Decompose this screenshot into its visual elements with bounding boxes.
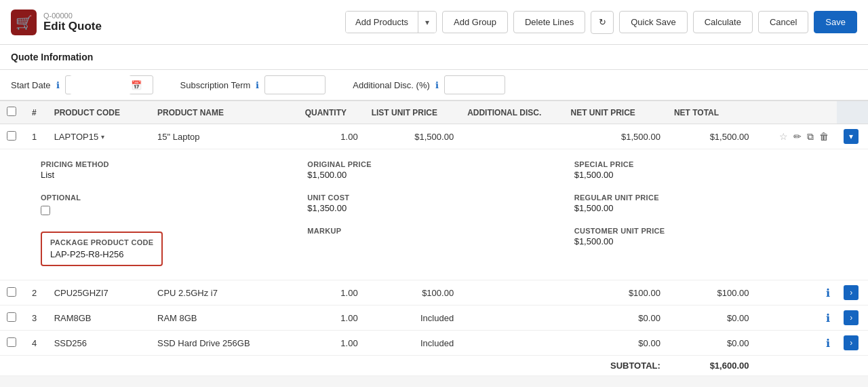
add-group-button[interactable]: Add Group <box>442 11 508 33</box>
markup-label: MARKUP <box>307 227 560 235</box>
delete-lines-button[interactable]: Delete Lines <box>513 11 585 33</box>
subtotal-empty <box>0 356 564 376</box>
th-quantity: QUANTITY <box>298 101 365 124</box>
start-date-input[interactable] <box>70 75 131 94</box>
additional-disc-field: Additional Disc. (%) ℹ <box>353 75 505 94</box>
row3-total: $0.00 <box>667 306 756 331</box>
subscription-term-label: Subscription Term <box>180 80 251 90</box>
row4-disc <box>460 331 564 356</box>
table-row: 1 LAPTOP15 ▾ 15" Laptop 1.00 $1,500.00 $… <box>0 124 868 149</box>
quote-id: Q-00000 <box>43 12 102 20</box>
optional-field: OPTIONAL <box>41 194 294 215</box>
row4-num: 4 <box>25 331 47 356</box>
add-products-button[interactable]: Add Products <box>346 12 418 33</box>
start-date-field: Start Date ℹ 📅 <box>11 75 153 94</box>
row1-detail-cell: PRICING METHOD List OPTIONAL PACKAGE P <box>0 149 868 280</box>
row2-info-icon[interactable]: ℹ <box>826 287 830 299</box>
row1-actions: ☆ ✏ ⧉ 🗑 <box>755 124 837 149</box>
row2-net-price: $100.00 <box>564 280 667 306</box>
row4-checkbox[interactable] <box>7 337 16 347</box>
row1-product-code-text: LAPTOP15 <box>54 132 99 142</box>
package-code-wrapper: PACKAGE PRODUCT CODE LAP-P25-R8-H256 <box>41 229 294 266</box>
original-price-value: $1,500.00 <box>307 170 560 180</box>
regular-unit-price-value: $1,500.00 <box>574 203 827 213</box>
row4-right-expand[interactable]: › <box>837 331 868 356</box>
row2-num: 2 <box>25 280 47 306</box>
subtotal-row: SUBTOTAL: $1,600.00 <box>0 356 868 376</box>
row3-right-expand[interactable]: › <box>837 306 868 331</box>
subscription-term-input[interactable] <box>264 75 326 94</box>
row1-name: 15" Laptop <box>151 124 298 149</box>
row4-expand-button[interactable]: › <box>844 335 859 350</box>
add-products-dropdown[interactable]: ▾ <box>418 12 436 33</box>
select-all-checkbox[interactable] <box>7 107 16 116</box>
calendar-icon[interactable]: 📅 <box>131 80 142 90</box>
subscription-term-info-icon[interactable]: ℹ <box>256 80 259 90</box>
subtotal-value: $1,600.00 <box>667 356 756 376</box>
quote-table: # PRODUCT CODE PRODUCT NAME QUANTITY LIS… <box>0 100 868 376</box>
customer-unit-price-field: CUSTOMER UNIT PRICE $1,500.00 <box>574 227 827 246</box>
row4-info-icon[interactable]: ℹ <box>826 337 830 350</box>
calculate-button[interactable]: Calculate <box>693 11 753 33</box>
row1-net-price: $1,500.00 <box>564 124 667 149</box>
th-product-name: PRODUCT NAME <box>151 101 298 124</box>
special-price-value: $1,500.00 <box>574 170 827 180</box>
row2-list-price: $100.00 <box>365 280 460 306</box>
th-num: # <box>25 101 47 124</box>
row3-info-icon[interactable]: ℹ <box>826 312 830 325</box>
th-net-total: NET TOTAL <box>667 101 756 124</box>
row4-actions: ℹ <box>755 331 837 356</box>
additional-disc-info-icon[interactable]: ℹ <box>435 80 439 90</box>
row1-edit-icon[interactable]: ✏ <box>792 130 803 143</box>
package-code-label: PACKAGE PRODUCT CODE <box>50 238 153 246</box>
row2-actions: ℹ <box>755 280 837 306</box>
row2-code: CPU25GHZI7 <box>47 280 151 306</box>
row3-checkbox[interactable] <box>7 312 16 322</box>
row1-check <box>0 124 25 149</box>
save-button[interactable]: Save <box>814 11 857 33</box>
row2-check <box>0 280 25 306</box>
row2-expand-button[interactable]: › <box>844 285 859 300</box>
row1-expand-icon[interactable]: ▾ <box>101 133 104 141</box>
row3-disc <box>460 306 564 331</box>
optional-checkbox[interactable] <box>41 206 50 215</box>
row1-delete-icon[interactable]: 🗑 <box>818 130 830 143</box>
package-code-box: PACKAGE PRODUCT CODE LAP-P25-R8-H256 <box>41 232 163 266</box>
refresh-icon: ↻ <box>599 17 606 27</box>
row2-disc <box>460 280 564 306</box>
start-date-label: Start Date <box>11 80 51 90</box>
row1-star-icon[interactable]: ☆ <box>778 130 789 143</box>
row4-code: SSD256 <box>47 331 151 356</box>
row2-checkbox[interactable] <box>7 287 16 297</box>
page-title: Edit Quote <box>43 20 102 33</box>
customer-unit-price-label: CUSTOMER UNIT PRICE <box>574 227 827 235</box>
customer-unit-price-value: $1,500.00 <box>574 236 827 246</box>
cancel-button[interactable]: Cancel <box>758 11 808 33</box>
row3-qty: 1.00 <box>298 306 365 331</box>
additional-disc-input[interactable] <box>444 75 505 94</box>
pricing-method-field: PRICING METHOD List <box>41 160 294 180</box>
row1-collapse-button[interactable]: ▾ <box>844 129 859 144</box>
row3-list-price: Included <box>365 306 460 331</box>
brand-icon: 🛒 <box>11 10 37 35</box>
refresh-button[interactable]: ↻ <box>591 11 614 34</box>
original-price-field: ORIGINAL PRICE $1,500.00 <box>307 160 560 180</box>
row4-net-price: $0.00 <box>564 331 667 356</box>
row1-right-expand[interactable]: ▾ <box>837 124 868 149</box>
row1-disc <box>460 124 564 149</box>
pricing-method-label: PRICING METHOD <box>41 160 294 168</box>
row1-checkbox[interactable] <box>7 131 16 141</box>
row3-expand-button[interactable]: › <box>844 310 859 325</box>
special-price-field: SPECIAL PRICE $1,500.00 <box>574 160 827 180</box>
row1-code: LAPTOP15 ▾ <box>47 124 151 149</box>
regular-unit-price-field: REGULAR UNIT PRICE $1,500.00 <box>574 194 827 213</box>
package-code-value: LAP-P25-R8-H256 <box>50 249 153 259</box>
row3-code: RAM8GB <box>47 306 151 331</box>
row1-copy-icon[interactable]: ⧉ <box>806 130 815 144</box>
quick-save-button[interactable]: Quick Save <box>619 11 687 33</box>
start-date-info-icon[interactable]: ℹ <box>56 80 60 90</box>
row1-detail-content: PRICING METHOD List OPTIONAL PACKAGE P <box>0 149 868 280</box>
row2-right-expand[interactable]: › <box>837 280 868 306</box>
row4-qty: 1.00 <box>298 331 365 356</box>
row1-total: $1,500.00 <box>667 124 756 149</box>
